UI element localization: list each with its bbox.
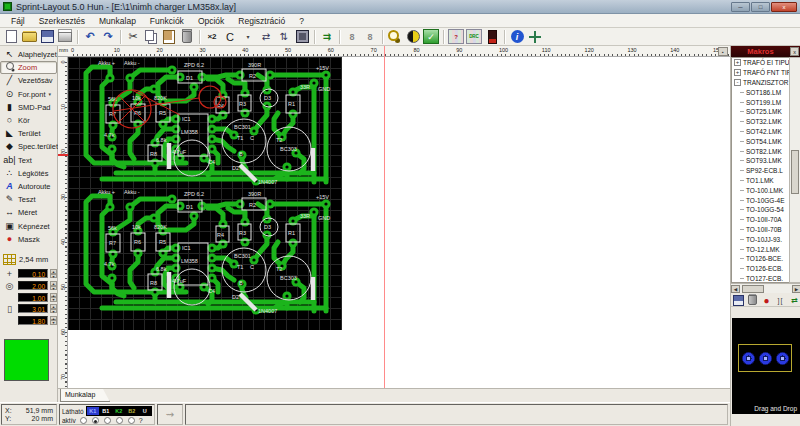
expand-icon[interactable]: + <box>734 69 741 76</box>
maximize-button[interactable]: □ <box>751 2 770 12</box>
layer-chip-k1[interactable]: K1 <box>87 407 99 415</box>
menu-szerkeszts[interactable]: Szerkesztés <box>33 15 91 27</box>
tree-leaf[interactable]: SOT186.LM <box>732 87 789 97</box>
info-button[interactable]: i <box>508 29 526 45</box>
duplicate-button[interactable]: ×2 <box>203 29 221 45</box>
tree-leaf[interactable]: SOT32.LMK <box>732 117 789 127</box>
collapse-icon[interactable]: - <box>734 79 741 86</box>
scroll-right-icon[interactable]: ▶ <box>792 285 800 293</box>
menu-opcik[interactable]: Opciók <box>192 15 230 27</box>
test-button[interactable]: ✓ <box>422 29 440 45</box>
sheet-tab[interactable]: Munkalap <box>60 389 110 402</box>
scroll-left-icon[interactable]: ◀ <box>731 285 740 293</box>
layer-radio-b2[interactable] <box>116 417 123 424</box>
canvas-area[interactable]: mm 0102030405060708090100110120130140150… <box>58 46 730 402</box>
smd-width-field[interactable]: 3.01 <box>18 304 48 313</box>
strip-button[interactable] <box>483 29 501 45</box>
tool-pad[interactable]: ⊙For.pont▾ <box>0 88 57 101</box>
tree-leaf[interactable]: TO127-ECB. <box>732 274 789 283</box>
tool-area[interactable]: ◣Terület <box>0 127 57 140</box>
tree-leaf[interactable]: TO-10GG-4E <box>732 195 789 205</box>
layer-chip-b2[interactable]: B2 <box>126 407 138 415</box>
zoom-button[interactable] <box>386 29 404 45</box>
tool-cursor[interactable]: ↖Alaphelyzet <box>0 48 57 61</box>
macro-panel-close-icon[interactable]: x <box>790 47 799 56</box>
tree-leaf[interactable]: SOT82.LMK <box>732 146 789 156</box>
delete-button[interactable] <box>178 29 196 45</box>
tool-text[interactable]: ab|Text <box>0 154 57 167</box>
mirror-v-button[interactable]: ⇅ <box>275 29 293 45</box>
smd-height-field[interactable]: 1.80 <box>18 316 48 325</box>
pad-inner-spinner[interactable]: ▲▼ <box>50 293 57 302</box>
tree-node[interactable]: +TRAFÓ EI TIPU <box>732 58 789 68</box>
copy-button[interactable] <box>142 29 160 45</box>
cut-button[interactable]: ✂ <box>124 29 142 45</box>
tree-leaf[interactable]: TO-100.LMK <box>732 185 789 195</box>
tree-leaf[interactable]: TO126-BCE. <box>732 254 789 264</box>
tree-leaf[interactable]: SOT42.LMK <box>732 127 789 137</box>
grid-help-button[interactable]: ? <box>447 29 465 45</box>
tree-leaf[interactable]: SOT93.LMK <box>732 156 789 166</box>
macro-delete-icon[interactable] <box>747 295 758 306</box>
tool-measure[interactable]: ↔Méret <box>0 206 57 219</box>
smd-height-spinner[interactable]: ▲▼ <box>50 316 57 325</box>
layer-radio-k2[interactable] <box>104 417 111 424</box>
dropdown-icon[interactable]: ▾ <box>49 91 52 97</box>
tool-test-pen[interactable]: ✎Teszt <box>0 193 57 206</box>
tool-track[interactable]: ╱Vezetősáv <box>0 74 57 87</box>
menu-?[interactable]: ? <box>293 15 310 27</box>
tool-circle[interactable]: ○Kör <box>0 114 57 127</box>
layer-chip-b1[interactable]: B1 <box>100 407 112 415</box>
ruler-options-button[interactable]: ▪ <box>718 47 728 56</box>
print-button[interactable] <box>56 29 74 45</box>
layer-chip-u[interactable]: U <box>139 407 151 415</box>
expand-icon[interactable]: + <box>734 59 741 66</box>
menu-funkcik[interactable]: Funkciók <box>144 15 190 27</box>
tree-leaf[interactable]: TO-10II-70A <box>732 215 789 225</box>
redo-button[interactable]: ↷ <box>99 29 117 45</box>
tree-leaf[interactable]: TO-12.LMK <box>732 244 789 254</box>
macro-preview[interactable]: Drag and Drop <box>732 318 800 414</box>
macro-refresh-icon[interactable]: ⇄ <box>789 295 800 306</box>
macro-pins-icon[interactable]: ][ <box>775 295 786 306</box>
footprint-button[interactable] <box>293 29 311 45</box>
menu-regisztrci[interactable]: Regisztráció <box>232 15 291 27</box>
drc-button[interactable]: DRC <box>465 29 483 45</box>
to-layer-button[interactable]: ⇉ <box>318 29 336 45</box>
layer-help[interactable]: ? <box>139 417 143 424</box>
tool-zoom[interactable]: Zoom <box>0 61 57 74</box>
tree-leaf[interactable]: TO126-ECB. <box>732 264 789 274</box>
layer-radio-k1[interactable] <box>80 417 87 424</box>
crosshair-button[interactable] <box>526 29 544 45</box>
open-button[interactable] <box>20 29 38 45</box>
new-button[interactable] <box>2 29 20 45</box>
smd-width-spinner[interactable]: ▲▼ <box>50 304 57 313</box>
track-width-field[interactable]: 0.10 <box>18 269 48 278</box>
link-button[interactable]: 8 <box>343 29 361 45</box>
layer-radio-u[interactable] <box>128 417 135 424</box>
photoview-button[interactable] <box>404 29 422 45</box>
mirror-h-button[interactable]: ⇄ <box>257 29 275 45</box>
minimize-button[interactable]: ─ <box>731 2 750 12</box>
paste-button[interactable] <box>160 29 178 45</box>
grid-value[interactable]: 2,54 mm <box>19 255 48 264</box>
menu-fjl[interactable]: Fájl <box>5 15 31 27</box>
tree-leaf[interactable]: TO1.LMK <box>732 176 789 186</box>
tool-ratsnest[interactable]: ∴Légkötés <box>0 167 57 180</box>
macro-record-icon[interactable]: ● <box>761 295 772 306</box>
pad-inner-field[interactable]: 1.00 <box>18 293 48 302</box>
close-button[interactable]: x <box>771 2 797 12</box>
tree-node[interactable]: +TRAFÓ FNT TIF <box>732 68 789 78</box>
tree-leaf[interactable]: TO-10II-70B <box>732 225 789 235</box>
track-width-spinner[interactable]: ▲▼ <box>50 269 57 278</box>
tree-leaf[interactable]: SOT25.LMK <box>732 107 789 117</box>
tree-leaf[interactable]: TO-10GG-54 <box>732 205 789 215</box>
pad-outer-spinner[interactable]: ▲▼ <box>50 281 57 290</box>
layer-color-swatch[interactable] <box>4 339 49 381</box>
tool-spec-area[interactable]: ◆Spec.terület <box>0 140 57 153</box>
layer-radio-b1[interactable] <box>92 417 99 424</box>
pad-outer-field[interactable]: 2.00 <box>18 281 48 290</box>
save-button[interactable] <box>38 29 56 45</box>
layer-chip-k2[interactable]: K2 <box>113 407 125 415</box>
tree-node[interactable]: -TRANZISZTOR <box>732 78 789 88</box>
